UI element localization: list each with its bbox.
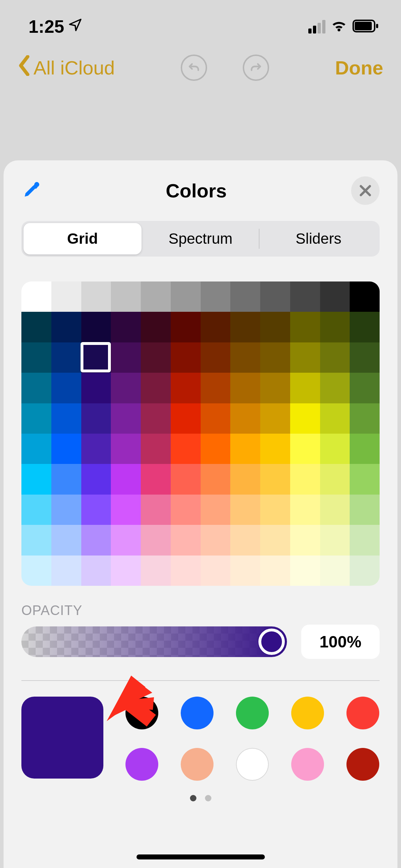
close-button[interactable]	[351, 176, 380, 205]
color-cell[interactable]	[290, 281, 320, 312]
color-cell[interactable]	[260, 556, 290, 586]
color-cell[interactable]	[141, 495, 171, 525]
color-cell[interactable]	[320, 373, 350, 403]
color-cell[interactable]	[230, 281, 260, 312]
color-cell[interactable]	[201, 281, 231, 312]
color-cell[interactable]	[230, 495, 260, 525]
color-cell[interactable]	[51, 525, 81, 555]
color-cell[interactable]	[141, 281, 171, 312]
color-cell[interactable]	[320, 342, 350, 373]
color-cell[interactable]	[171, 464, 201, 494]
color-cell[interactable]	[81, 403, 111, 434]
color-cell[interactable]	[230, 373, 260, 403]
color-cell[interactable]	[51, 281, 81, 312]
color-cell[interactable]	[21, 342, 51, 373]
opacity-thumb[interactable]	[258, 629, 285, 655]
swatch[interactable]	[125, 697, 158, 729]
eyedropper-button[interactable]	[21, 180, 41, 201]
color-cell[interactable]	[51, 373, 81, 403]
color-cell[interactable]	[350, 434, 380, 464]
color-cell[interactable]	[260, 403, 290, 434]
opacity-value-field[interactable]: 100%	[301, 625, 380, 659]
color-cell[interactable]	[290, 464, 320, 494]
color-cell[interactable]	[21, 525, 51, 555]
color-cell[interactable]	[230, 312, 260, 342]
color-cell[interactable]	[201, 434, 231, 464]
color-cell[interactable]	[21, 464, 51, 494]
color-cell[interactable]	[141, 312, 171, 342]
redo-button[interactable]	[243, 55, 269, 81]
tab-spectrum[interactable]: Spectrum	[142, 223, 259, 254]
swatch[interactable]	[346, 748, 379, 781]
color-cell[interactable]	[260, 495, 290, 525]
color-cell[interactable]	[51, 312, 81, 342]
swatch[interactable]	[181, 697, 214, 729]
color-cell[interactable]	[350, 373, 380, 403]
color-cell[interactable]	[81, 342, 111, 373]
color-cell[interactable]	[201, 312, 231, 342]
color-cell[interactable]	[201, 525, 231, 555]
color-cell[interactable]	[21, 312, 51, 342]
undo-button[interactable]	[181, 55, 207, 81]
color-cell[interactable]	[230, 525, 260, 555]
color-cell[interactable]	[350, 525, 380, 555]
color-cell[interactable]	[81, 312, 111, 342]
color-cell[interactable]	[111, 373, 141, 403]
color-cell[interactable]	[320, 312, 350, 342]
color-cell[interactable]	[21, 434, 51, 464]
color-cell[interactable]	[51, 342, 81, 373]
color-cell[interactable]	[230, 403, 260, 434]
color-cell[interactable]	[290, 373, 320, 403]
color-cell[interactable]	[350, 464, 380, 494]
color-cell[interactable]	[111, 281, 141, 312]
color-cell[interactable]	[260, 525, 290, 555]
color-cell[interactable]	[230, 556, 260, 586]
color-cell[interactable]	[350, 556, 380, 586]
color-cell[interactable]	[320, 556, 350, 586]
color-cell[interactable]	[320, 464, 350, 494]
color-cell[interactable]	[230, 434, 260, 464]
tab-sliders[interactable]: Sliders	[259, 223, 377, 254]
color-cell[interactable]	[201, 495, 231, 525]
color-cell[interactable]	[171, 525, 201, 555]
color-cell[interactable]	[290, 434, 320, 464]
color-cell[interactable]	[171, 434, 201, 464]
color-cell[interactable]	[350, 403, 380, 434]
color-cell[interactable]	[51, 434, 81, 464]
color-cell[interactable]	[111, 556, 141, 586]
color-cell[interactable]	[171, 495, 201, 525]
color-cell[interactable]	[290, 403, 320, 434]
color-cell[interactable]	[141, 373, 171, 403]
color-cell[interactable]	[350, 495, 380, 525]
color-cell[interactable]	[111, 342, 141, 373]
color-cell[interactable]	[320, 403, 350, 434]
color-cell[interactable]	[21, 403, 51, 434]
swatch[interactable]	[181, 748, 214, 781]
color-cell[interactable]	[81, 556, 111, 586]
color-cell[interactable]	[111, 434, 141, 464]
color-cell[interactable]	[21, 281, 51, 312]
color-cell[interactable]	[111, 312, 141, 342]
color-cell[interactable]	[171, 403, 201, 434]
color-cell[interactable]	[171, 281, 201, 312]
color-cell[interactable]	[320, 495, 350, 525]
color-cell[interactable]	[111, 403, 141, 434]
color-cell[interactable]	[81, 495, 111, 525]
color-cell[interactable]	[141, 525, 171, 555]
color-cell[interactable]	[260, 312, 290, 342]
swatch[interactable]	[291, 697, 324, 729]
opacity-slider[interactable]	[21, 626, 287, 657]
color-cell[interactable]	[51, 403, 81, 434]
tab-grid[interactable]: Grid	[24, 223, 142, 254]
color-cell[interactable]	[320, 434, 350, 464]
color-cell[interactable]	[201, 556, 231, 586]
color-cell[interactable]	[141, 342, 171, 373]
color-grid[interactable]	[21, 281, 380, 586]
color-cell[interactable]	[141, 434, 171, 464]
color-cell[interactable]	[51, 495, 81, 525]
swatch[interactable]	[236, 697, 269, 729]
color-cell[interactable]	[290, 556, 320, 586]
color-cell[interactable]	[51, 464, 81, 494]
color-cell[interactable]	[350, 312, 380, 342]
color-cell[interactable]	[21, 556, 51, 586]
